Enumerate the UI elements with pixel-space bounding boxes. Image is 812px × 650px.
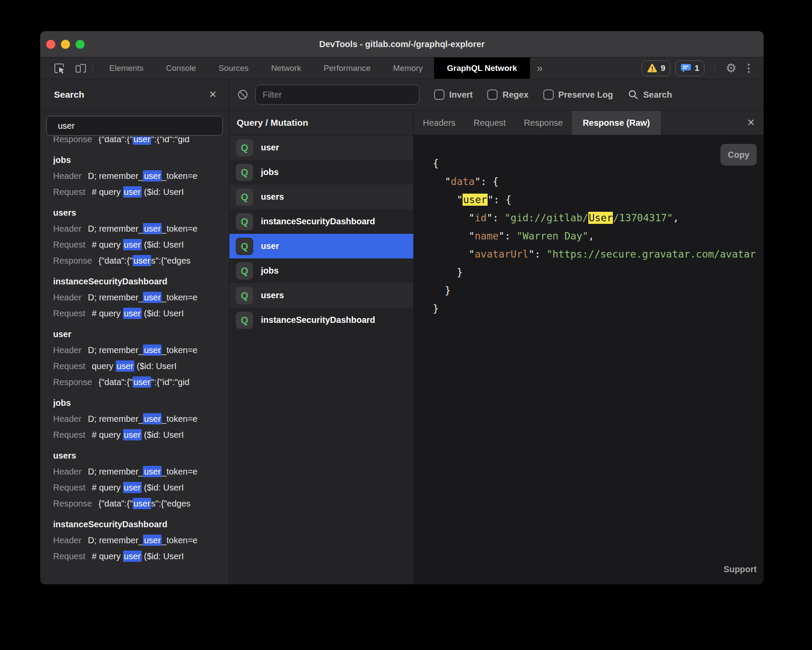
match-highlight: user	[123, 308, 142, 319]
devtools-tab-console[interactable]: Console	[155, 57, 207, 79]
result-line-header[interactable]: HeaderD; remember_user_token=e	[53, 411, 229, 427]
result-line-label: Response	[53, 499, 92, 508]
result-line-label: Header	[53, 345, 82, 355]
filter-input[interactable]	[255, 85, 419, 105]
match-highlight: user	[143, 292, 162, 303]
result-line-request[interactable]: Request# query user ($id: UserI	[53, 184, 229, 200]
search-icon	[628, 89, 639, 100]
result-line-response[interactable]: Response{"data":{"user":{"id":"gid	[53, 374, 229, 390]
query-list-item-users[interactable]: Qusers	[229, 185, 413, 209]
devtools-tab-network[interactable]: Network	[260, 57, 313, 79]
match-highlight: user	[143, 535, 162, 546]
result-line-response[interactable]: Response{"data":{"users":{"edges	[53, 496, 229, 512]
clear-requests-icon[interactable]	[236, 88, 249, 101]
query-list-item-user[interactable]: Quser	[229, 234, 413, 258]
copy-button[interactable]: Copy	[720, 144, 757, 166]
result-line-header[interactable]: HeaderD; remember_user_token=e	[53, 464, 229, 480]
result-text: _token=e	[162, 224, 197, 233]
support-link[interactable]: Support	[723, 560, 757, 578]
result-line-label: Header	[53, 535, 82, 545]
response-tab-response-raw[interactable]: Response (Raw)	[572, 111, 661, 135]
checkbox-preserve-log[interactable]: Preserve Log	[543, 89, 613, 100]
result-line-response[interactable]: Response{"data":{"users":{"edges	[53, 253, 229, 269]
query-item-label: users	[261, 290, 284, 300]
devtools-tab-graphql-network[interactable]: GraphQL Network	[434, 57, 530, 79]
query-list-item-users[interactable]: Qusers	[229, 283, 413, 308]
result-text: {"data":{"	[98, 256, 133, 265]
result-line-label: Response	[53, 256, 92, 265]
checkbox-invert[interactable]: Invert	[434, 89, 473, 100]
result-line-response[interactable]: Response{"data":{"user":{"id":"gid	[53, 137, 229, 147]
devtools-tab-sources[interactable]: Sources	[207, 57, 260, 79]
result-line-label: Request	[53, 483, 86, 492]
json-line: }	[433, 300, 764, 318]
result-line-request[interactable]: Request# query user ($id: UserI	[53, 237, 229, 253]
result-line-label: Header	[53, 224, 82, 233]
warning-count: 9	[661, 64, 666, 73]
query-list-item-user[interactable]: Quser	[229, 135, 413, 160]
search-panel: Search ✕ Response{"data":{"user":{"id":"…	[40, 79, 229, 584]
console-messages-badge[interactable]: 1	[676, 61, 704, 76]
query-list-item-instancesecuritydashboard[interactable]: QinstanceSecurityDashboard	[229, 308, 413, 332]
devtools-tab-performance[interactable]: Performance	[312, 57, 382, 79]
result-text: ($id: UserI	[142, 430, 184, 440]
search-input[interactable]	[46, 116, 223, 136]
result-line-header[interactable]: HeaderD; remember_user_token=e	[53, 290, 229, 306]
result-line-request[interactable]: Request# query user ($id: UserI	[53, 548, 229, 564]
device-toolbar-icon[interactable]	[74, 62, 87, 75]
json-line: "name": "Warren Day",	[433, 227, 764, 245]
match-highlight: user	[116, 360, 134, 372]
result-line-request[interactable]: Request# query user ($id: UserI	[53, 480, 229, 496]
response-tab-headers[interactable]: Headers	[414, 111, 465, 135]
result-line-label: Header	[53, 171, 82, 181]
response-tab-request[interactable]: Request	[465, 111, 515, 135]
result-line-header[interactable]: HeaderD; remember_user_token=e	[53, 532, 229, 548]
query-list-item-instancesecuritydashboard[interactable]: QinstanceSecurityDashboard	[229, 209, 413, 234]
close-window-button[interactable]	[46, 40, 55, 49]
result-line-request[interactable]: Requestquery user ($id: UserI	[53, 358, 229, 374]
result-line-label: Response	[53, 377, 92, 387]
checkbox-regex[interactable]: Regex	[487, 89, 528, 100]
checkbox-box[interactable]	[543, 89, 554, 100]
result-text: # query	[92, 187, 123, 197]
result-line-label: Header	[53, 293, 82, 302]
query-type-badge: Q	[236, 213, 253, 230]
devtools-tab-memory[interactable]: Memory	[382, 57, 434, 79]
settings-gear-icon[interactable]: ⚙	[726, 62, 736, 74]
result-line-label: Response	[53, 137, 92, 144]
close-search-panel-icon[interactable]: ✕	[209, 90, 217, 99]
checkbox-box[interactable]	[487, 89, 498, 100]
minimize-window-button[interactable]	[61, 40, 70, 49]
result-line-label: Request	[53, 430, 86, 440]
checkbox-label: Preserve Log	[558, 90, 613, 100]
match-highlight: user	[123, 429, 142, 440]
query-list-item-jobs[interactable]: Qjobs	[229, 258, 413, 283]
main-area: Search ✕ Response{"data":{"user":{"id":"…	[40, 79, 764, 584]
result-group-title: users	[53, 448, 229, 464]
result-text: s":{"edges	[151, 499, 190, 508]
search-results-list: Response{"data":{"user":{"id":"gidjobsHe…	[40, 137, 229, 584]
result-line-request[interactable]: Request# query user ($id: UserI	[53, 306, 229, 322]
result-text: _token=e	[162, 467, 197, 476]
json-content: { "data": { "user": { "id": "gid://gitla…	[433, 154, 764, 318]
checkbox-box[interactable]	[434, 89, 444, 100]
query-list-item-jobs[interactable]: Qjobs	[229, 160, 413, 185]
result-text: D; remember_	[88, 224, 143, 233]
devtools-tab-elements[interactable]: Elements	[98, 57, 155, 79]
result-text: ($id: UserI	[134, 361, 177, 371]
close-response-panel-icon[interactable]: ✕	[747, 111, 764, 135]
result-line-label: Header	[53, 467, 82, 476]
result-line-header[interactable]: HeaderD; remember_user_token=e	[53, 221, 229, 237]
console-errors-badge[interactable]: 9	[642, 61, 671, 76]
network-search-button[interactable]: Search	[628, 89, 672, 100]
result-text: ":{"id":"gid	[151, 377, 189, 387]
inspect-element-icon[interactable]	[53, 62, 66, 75]
zoom-window-button[interactable]	[76, 40, 85, 49]
kebab-menu-icon[interactable]: ⋮	[742, 63, 756, 73]
result-line-label: Request	[53, 187, 86, 197]
response-tab-response[interactable]: Response	[515, 111, 572, 135]
result-line-header[interactable]: HeaderD; remember_user_token=e	[53, 342, 229, 358]
more-tabs-chevron-icon[interactable]: »	[537, 62, 542, 74]
result-line-request[interactable]: Request# query user ($id: UserI	[53, 427, 229, 443]
result-line-header[interactable]: HeaderD; remember_user_token=e	[53, 168, 229, 184]
